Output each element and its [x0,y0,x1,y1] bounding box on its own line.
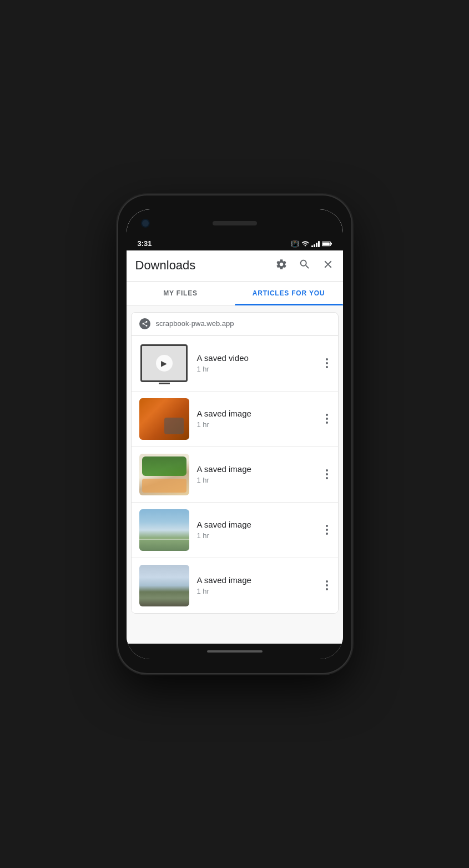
item-title: A saved image [197,464,316,474]
source-name: scrapbook-pwa.web.app [156,319,234,328]
dot [326,529,328,531]
lake-image-thumbnail [139,509,189,551]
item-thumbnail-lake [139,509,189,551]
home-indicator [207,650,263,653]
dot [326,525,328,527]
item-title: A saved image [197,575,316,585]
item-thumbnail-video: ▶ [139,343,189,384]
share-icon [142,320,148,327]
source-header: scrapbook-pwa.web.app [132,313,338,335]
item-menu-button[interactable] [324,467,330,481]
video-thumbnail: ▶ [140,344,188,382]
phone-device: 3:31 📳 [118,195,351,673]
item-menu-button[interactable] [324,356,330,370]
app-header: Downloads [127,250,343,282]
close-button[interactable] [322,258,334,273]
dot [326,469,328,471]
status-icons: 📳 [291,240,332,248]
play-icon: ▶ [156,355,173,372]
tab-articles-for-you[interactable]: ARTICLES FOR YOU [235,282,343,305]
wifi-icon [301,240,309,248]
tab-bar: MY FILES ARTICLES FOR YOU [127,282,343,305]
item-title: A saved video [197,353,316,363]
list-item[interactable]: A saved image 1 hr [132,391,338,446]
svg-rect-1 [322,242,330,245]
signal-icon [311,240,320,247]
item-thumbnail-city [139,565,189,606]
item-title: A saved image [197,520,316,529]
dot [326,414,328,416]
downloads-list[interactable]: scrapbook-pwa.web.app ▶ A saved video 1 … [127,305,343,644]
phone-notch [127,209,343,237]
close-icon [322,258,334,270]
dot [326,362,328,364]
phone-speaker [213,221,257,225]
item-menu-button[interactable] [324,523,330,537]
tab-my-files[interactable]: MY FILES [127,282,235,305]
dot [326,584,328,586]
dot [326,588,328,590]
svg-rect-2 [330,243,331,244]
list-item[interactable]: ▶ A saved video 1 hr [132,335,338,391]
item-meta: 1 hr [197,365,316,373]
item-meta: 1 hr [197,587,316,595]
battery-icon [322,240,332,247]
header-icons [275,258,334,273]
dot [326,358,328,360]
gear-icon [275,258,288,270]
search-button[interactable] [299,258,311,273]
item-meta: 1 hr [197,476,316,484]
settings-button[interactable] [275,258,288,273]
food-image-thumbnail [139,454,189,495]
dot [326,418,328,420]
item-thumbnail-food [139,454,189,495]
item-menu-button[interactable] [324,412,330,426]
item-info: A saved video 1 hr [197,353,316,373]
front-camera [142,220,149,227]
phone-bottom-bar [127,644,343,659]
item-meta: 1 hr [197,531,316,540]
item-meta: 1 hr [197,420,316,429]
page-title: Downloads [135,258,275,273]
dot [326,533,328,535]
list-item[interactable]: A saved image 1 hr [132,558,338,613]
item-info: A saved image 1 hr [197,520,316,540]
dot [326,366,328,368]
item-title: A saved image [197,409,316,418]
status-time: 3:31 [138,239,152,248]
orange-image-thumbnail [139,398,189,440]
app-content: Downloads [127,250,343,644]
list-item[interactable]: A saved image 1 hr [132,502,338,558]
search-icon [299,258,311,270]
city-image-thumbnail [139,565,189,606]
status-bar: 3:31 📳 [127,237,343,250]
dot [326,580,328,583]
vibrate-icon: 📳 [291,240,299,248]
source-card: scrapbook-pwa.web.app ▶ A saved video 1 … [131,312,339,614]
item-thumbnail-orange [139,398,189,440]
source-share-icon [139,318,150,329]
item-menu-button[interactable] [324,578,330,593]
phone-screen: 3:31 📳 [127,209,343,659]
item-info: A saved image 1 hr [197,575,316,595]
list-item[interactable]: A saved image 1 hr [132,446,338,502]
dot [326,477,328,479]
dot [326,473,328,475]
item-info: A saved image 1 hr [197,409,316,429]
item-info: A saved image 1 hr [197,464,316,484]
dot [326,422,328,424]
